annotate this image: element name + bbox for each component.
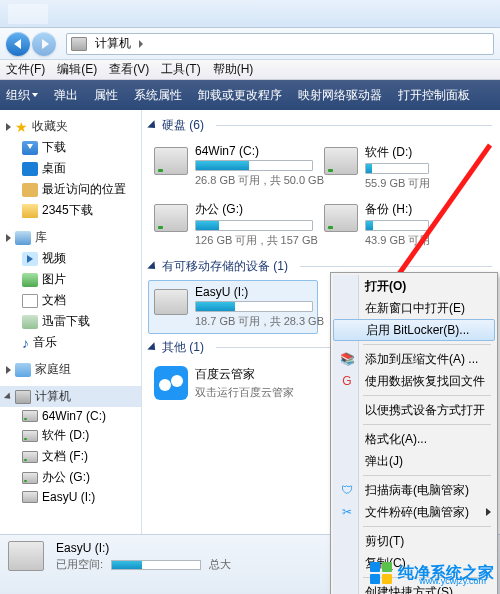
toolbar-controlpanel[interactable]: 打开控制面板 xyxy=(398,87,470,104)
archive-icon: 📚 xyxy=(339,351,355,367)
group-hdd[interactable]: 硬盘 (6) xyxy=(142,114,500,137)
toolbar-netdrive[interactable]: 映射网络驱动器 xyxy=(298,87,382,104)
document-icon xyxy=(22,294,38,308)
usage-bar xyxy=(365,163,429,174)
context-menu: 打开(O) 在新窗口中打开(E) 启用 BitLocker(B)... 📚添加到… xyxy=(330,272,498,594)
tri-icon xyxy=(6,366,11,374)
hdd-icon xyxy=(324,204,358,232)
usage-bar xyxy=(365,220,429,231)
titlebar xyxy=(0,0,500,28)
menu-tools[interactable]: 工具(T) xyxy=(161,61,200,78)
menubar: 文件(F) 编辑(E) 查看(V) 工具(T) 帮助(H) xyxy=(0,60,500,80)
ctx-cut[interactable]: 剪切(T) xyxy=(333,530,495,552)
sidebar-item-videos[interactable]: 视频 xyxy=(0,248,141,269)
sidebar: ★收藏夹 下载 桌面 最近访问的位置 2345下载 库 视频 图片 文档 迅雷下… xyxy=(0,110,142,534)
tri-icon xyxy=(147,261,158,272)
shield-icon: 🛡 xyxy=(339,482,355,498)
toolbar-organize[interactable]: 组织 xyxy=(6,87,38,104)
sidebar-homegroup[interactable]: 家庭组 xyxy=(0,359,141,380)
ctx-open-new-window[interactable]: 在新窗口中打开(E) xyxy=(333,297,495,319)
other-baidu[interactable]: 百度云管家双击运行百度云管家 xyxy=(148,361,318,405)
forward-button[interactable] xyxy=(32,32,56,56)
menu-view[interactable]: 查看(V) xyxy=(109,61,149,78)
menu-file[interactable]: 文件(F) xyxy=(6,61,45,78)
chevron-right-icon[interactable] xyxy=(139,40,143,48)
ctx-eject[interactable]: 弹出(J) xyxy=(333,450,495,472)
sidebar-drive-g[interactable]: 办公 (G:) xyxy=(0,467,141,488)
back-button[interactable] xyxy=(6,32,30,56)
sidebar-item-music[interactable]: ♪音乐 xyxy=(0,332,141,353)
toolbar: 组织 弹出 属性 系统属性 卸载或更改程序 映射网络驱动器 打开控制面板 xyxy=(0,80,500,110)
usb-icon xyxy=(154,289,188,315)
xunlei-icon xyxy=(22,315,38,329)
tri-icon xyxy=(147,120,158,131)
sidebar-item-recent[interactable]: 最近访问的位置 xyxy=(0,179,141,200)
toolbar-eject[interactable]: 弹出 xyxy=(54,87,78,104)
library-icon xyxy=(15,231,31,245)
tri-icon xyxy=(147,342,158,353)
watermark-url: www.ycwjzy.com xyxy=(419,576,486,586)
watermark-logo-icon xyxy=(370,562,392,584)
ctx-open[interactable]: 打开(O) xyxy=(333,275,495,297)
sidebar-item-documents[interactable]: 文档 xyxy=(0,290,141,311)
sidebar-computer[interactable]: 计算机 xyxy=(0,386,141,407)
desktop-icon xyxy=(22,162,38,176)
ctx-portable[interactable]: 以便携式设备方式打开 xyxy=(333,399,495,421)
recent-icon xyxy=(22,183,38,197)
tri-icon xyxy=(6,234,11,242)
usb-drive-icon xyxy=(22,491,38,503)
drive-icon xyxy=(22,430,38,442)
ctx-add-zip[interactable]: 📚添加到压缩文件(A) ... xyxy=(333,348,495,370)
folder-icon xyxy=(22,204,38,218)
ctx-bitlocker[interactable]: 启用 BitLocker(B)... xyxy=(333,319,495,341)
drive-icon xyxy=(22,472,38,484)
hdd-icon xyxy=(324,147,358,175)
drive-icon xyxy=(22,451,38,463)
hdd-icon xyxy=(154,204,188,232)
usage-bar xyxy=(195,220,313,231)
tri-icon xyxy=(4,392,13,401)
sidebar-item-2345[interactable]: 2345下载 xyxy=(0,200,141,221)
toolbar-uninstall[interactable]: 卸载或更改程序 xyxy=(198,87,282,104)
drive-i[interactable]: EasyU (I:)18.7 GB 可用 , 共 28.3 GB xyxy=(148,280,318,334)
computer-icon xyxy=(71,37,87,51)
sidebar-item-news[interactable]: 迅雷下载 xyxy=(0,311,141,332)
ctx-recover[interactable]: G使用数据恢复找回文件 xyxy=(333,370,495,392)
toolbar-properties[interactable]: 属性 xyxy=(94,87,118,104)
drive-g[interactable]: 办公 (G:)126 GB 可用 , 共 157 GB xyxy=(148,196,318,253)
usage-bar xyxy=(195,160,313,171)
status-used-label: 已用空间: xyxy=(56,557,103,572)
submenu-arrow-icon xyxy=(486,508,491,516)
address-bar[interactable]: 计算机 xyxy=(66,33,494,55)
breadcrumb-computer[interactable]: 计算机 xyxy=(91,35,135,52)
sidebar-item-pictures[interactable]: 图片 xyxy=(0,269,141,290)
arrow-right-icon xyxy=(42,39,49,49)
hdd-icon xyxy=(154,147,188,175)
status-drive-name: EasyU (I:) xyxy=(56,541,231,555)
sidebar-favorites[interactable]: ★收藏夹 xyxy=(0,116,141,137)
menu-help[interactable]: 帮助(H) xyxy=(213,61,254,78)
drive-icon xyxy=(22,410,38,422)
ctx-scan[interactable]: 🛡扫描病毒(电脑管家) xyxy=(333,479,495,501)
shred-icon: ✂ xyxy=(339,504,355,520)
computer-icon xyxy=(15,390,31,404)
video-icon xyxy=(22,252,38,266)
titlebar-tab xyxy=(8,4,48,24)
menu-edit[interactable]: 编辑(E) xyxy=(57,61,97,78)
arrow-left-icon xyxy=(14,39,21,49)
download-icon xyxy=(22,141,38,155)
sidebar-drive-i[interactable]: EasyU (I:) xyxy=(0,488,141,506)
sidebar-drive-d[interactable]: 软件 (D:) xyxy=(0,425,141,446)
drive-d[interactable]: 软件 (D:)55.9 GB 可用 , 共 61 xyxy=(318,139,434,196)
drive-h[interactable]: 备份 (H:)43.9 GB 可用 , 共 49 xyxy=(318,196,434,253)
sidebar-drive-c[interactable]: 64Win7 (C:) xyxy=(0,407,141,425)
sidebar-libraries[interactable]: 库 xyxy=(0,227,141,248)
sidebar-item-downloads[interactable]: 下载 xyxy=(0,137,141,158)
homegroup-icon xyxy=(15,363,31,377)
toolbar-system[interactable]: 系统属性 xyxy=(134,87,182,104)
drive-c[interactable]: 64Win7 (C:)26.8 GB 可用 , 共 50.0 GB xyxy=(148,139,318,196)
ctx-format[interactable]: 格式化(A)... xyxy=(333,428,495,450)
sidebar-drive-f[interactable]: 文档 (F:) xyxy=(0,446,141,467)
sidebar-item-desktop[interactable]: 桌面 xyxy=(0,158,141,179)
ctx-shred[interactable]: ✂文件粉碎(电脑管家) xyxy=(333,501,495,523)
